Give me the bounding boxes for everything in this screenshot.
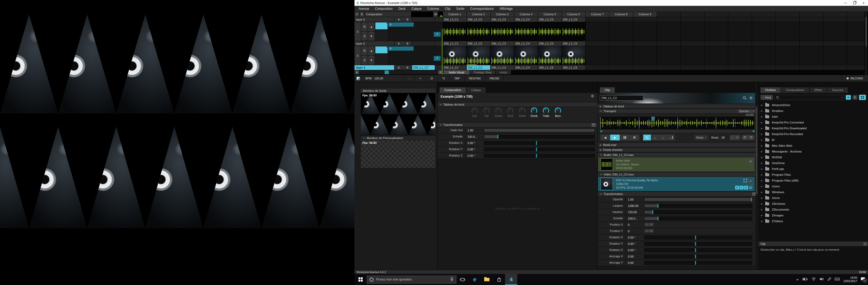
view-mode-button[interactable] [859, 95, 866, 100]
param-value[interactable]: 0.00 ° [465, 154, 484, 157]
dashboard-knob-twitch[interactable]: Twitch [519, 107, 526, 121]
menu-item-avenue[interactable]: Avenue [355, 6, 372, 12]
resync-button[interactable]: RESYNC [465, 75, 486, 82]
folder-row[interactable]: ▶Zimages [758, 212, 868, 218]
bpm-plus-button[interactable]: + [415, 75, 426, 82]
param-slider[interactable] [644, 198, 752, 201]
play-button[interactable]: ▶ [610, 135, 620, 140]
start-button[interactable] [354, 274, 367, 285]
slider-handle[interactable] [751, 198, 752, 201]
layer-solo-button[interactable]: S [361, 32, 368, 41]
composition-master-button[interactable]: M [433, 12, 438, 17]
clip-name-cell[interactable]: DW_L1_C4 [514, 65, 538, 70]
dashboard-knob-hue[interactable]: Hue [471, 107, 478, 121]
tab-effets[interactable]: Effets [810, 87, 827, 93]
column-header[interactable]: Colonne 8 [610, 12, 633, 17]
tap-button[interactable]: TAP [450, 75, 465, 82]
layer-bypass-button[interactable]: B [361, 22, 368, 31]
expand-arrow-icon[interactable]: ▶ [761, 110, 765, 112]
layer-eject-button[interactable]: X [354, 22, 361, 41]
clip-name-cell[interactable]: DW_L3_C6 [562, 17, 585, 22]
composition-bypass-button[interactable]: B [360, 12, 364, 17]
folder-row[interactable]: ▶Users [758, 183, 868, 189]
volume-icon[interactable] [819, 277, 824, 282]
ink-workspace-icon[interactable] [827, 277, 831, 282]
slider-handle[interactable] [695, 248, 696, 252]
clip-thumb-cell[interactable] [562, 22, 585, 41]
column-header[interactable]: Colonne 7 [586, 12, 609, 17]
param-slider[interactable] [644, 210, 752, 214]
layer-down-button[interactable]: ▼ [368, 32, 375, 41]
param-value[interactable]: 0.00 ° [465, 148, 484, 151]
tab-sources[interactable]: Sources [827, 87, 848, 93]
dashboard-knob-rgb[interactable]: RGB [507, 107, 514, 121]
layer-opacity-fader[interactable]: ▾▾▾ [375, 46, 388, 65]
slider-handle[interactable] [657, 204, 658, 208]
clip-name-cell[interactable]: DW_L3_C5 [538, 17, 562, 22]
remove-audio-button[interactable]: x [749, 159, 752, 163]
action-center-icon[interactable]: 3 [861, 277, 866, 282]
slider-handle[interactable] [695, 236, 696, 239]
clip-thumb-cell[interactable] [514, 22, 538, 41]
folder-row[interactable]: ▶Intel [758, 114, 868, 119]
layer-up-button[interactable]: ▲ [368, 22, 375, 31]
layer3-name[interactable]: layer 3 [354, 17, 394, 22]
expand-arrow-icon[interactable]: ▶ [761, 209, 765, 211]
param-slider[interactable] [644, 242, 752, 246]
layer-opacity-fader[interactable]: ▾▾▾ [375, 22, 388, 41]
clip-name-cell[interactable]: DW_L1_C3 [491, 65, 514, 70]
param-slider[interactable]: -+ [644, 229, 752, 233]
channel-b-toggle[interactable]: B [744, 186, 748, 189]
search-icon[interactable] [743, 96, 746, 101]
deck-tab-audio-visual[interactable]: Audio Visual [443, 70, 470, 74]
battery-icon[interactable] [803, 277, 808, 282]
cuepoints-section-header[interactable]: ▶Points d'entrée [598, 147, 758, 152]
folder-row[interactable]: ▶KeepVid Pro Converted [758, 119, 868, 126]
clip-name-cell[interactable]: DW_L1_C6 [562, 65, 585, 70]
slider-handle[interactable] [536, 141, 537, 145]
param-slider[interactable] [644, 248, 752, 252]
layer-transition-button[interactable]: T [434, 32, 441, 37]
expand-arrow-icon[interactable]: ▶ [761, 179, 765, 182]
expand-arrow-icon[interactable]: ▶ [761, 127, 765, 130]
beats-minus-plus[interactable]: -+ [730, 135, 740, 140]
folder-row[interactable]: ▶OneDrive [758, 160, 868, 166]
layer2-ab-assign[interactable]: AB [394, 41, 412, 46]
output-monitor-header[interactable]: Moniteur de Sortie [361, 89, 435, 93]
bounce-mode-button[interactable]: ↔ [651, 135, 659, 140]
touch-keyboard-icon[interactable] [835, 277, 840, 282]
expand-arrow-icon[interactable]: ▶ [761, 156, 765, 158]
bpm-double-button[interactable]: *2 [438, 75, 450, 82]
deck-tab-footage-shop[interactable]: Footage Shop [470, 70, 496, 74]
loop-mode-button[interactable]: ↻ [643, 135, 651, 140]
grid-scrollbar[interactable] [865, 12, 867, 75]
expand-arrow-icon[interactable]: ▶ [761, 174, 765, 176]
column-header[interactable]: Colonne 9 [633, 12, 657, 17]
menu-item-sortie[interactable]: Sortie [453, 6, 467, 12]
remove-video-button[interactable]: x [749, 179, 752, 183]
tab-clip[interactable]: Clip [600, 87, 615, 93]
layer-eject-button[interactable]: X [354, 46, 361, 65]
layer-up-button[interactable]: ▲ [368, 46, 375, 55]
param-value[interactable]: 1.00 [626, 198, 644, 201]
expand-arrow-icon[interactable]: ▶ [761, 220, 765, 222]
expand-arrow-icon[interactable]: ▶ [761, 150, 765, 153]
record-button[interactable]: RECORD [842, 75, 868, 82]
bpm-value[interactable]: 120.00 [374, 77, 383, 80]
param-value[interactable]: 0.00 [626, 255, 644, 258]
param-slider[interactable] [644, 255, 752, 258]
clip-dashboard-header[interactable]: ▶Tableau de bord [598, 104, 758, 109]
expand-arrow-icon[interactable]: ▶ [761, 191, 765, 193]
close-button[interactable]: × [859, 0, 868, 6]
dashboard-knob-bzzz[interactable]: Bzzz [554, 107, 561, 121]
menu-item-correspondance[interactable]: Correspondance [467, 6, 497, 12]
composition-x-button[interactable]: X [354, 12, 359, 17]
clip-thumb-cell[interactable] [491, 46, 514, 65]
crossfader-a-button[interactable]: A [354, 70, 359, 74]
layer1-name[interactable]: layer 1 [354, 65, 394, 70]
expand-arrow-icon[interactable]: ▶ [761, 214, 765, 217]
folder-row[interactable]: ▶M [758, 137, 868, 143]
expand-arrow-icon[interactable]: ▶ [761, 185, 765, 188]
layer3-active-clip[interactable] [412, 17, 435, 22]
folder-row[interactable]: ▶ZDocuments [758, 207, 868, 212]
